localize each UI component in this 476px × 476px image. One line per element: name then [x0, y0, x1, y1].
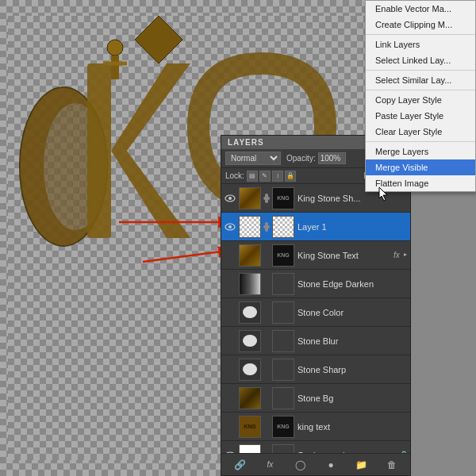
layer-row-stone-bg[interactable]: Stone Bg — [221, 384, 410, 413]
layer-name-king-text: king text — [296, 422, 409, 432]
layer-visibility-stone-color[interactable] — [223, 298, 237, 327]
context-menu: Enable Vector Ma...Create Clipping M...L… — [365, 0, 476, 192]
lock-all-btn[interactable]: 🔒 — [285, 171, 296, 182]
layer-visibility-stone-edge-darken[interactable] — [223, 270, 237, 298]
layer-thumb-stone-sharp — [239, 359, 261, 381]
layer-visibility-king-stone-text[interactable] — [223, 241, 237, 270]
layer-name-king-stone-text: King Stone Text — [296, 251, 393, 260]
layer-visibility-stone-blur[interactable] — [223, 327, 237, 355]
menu-item-enable-vector-ma[interactable]: Enable Vector Ma... — [366, 1, 475, 17]
layer-thumb-stone-blur — [239, 330, 261, 352]
menu-item-paste-layer-style[interactable]: Paste Layer Style — [366, 108, 475, 124]
add-folder-btn[interactable]: 📁 — [353, 457, 369, 473]
layer-fx-badge-king-stone-text: fx — [393, 249, 407, 262]
layer-mask-thumb-stone-edge-darken — [272, 273, 294, 295]
layer-mask-thumb-stone-sharp — [272, 359, 294, 381]
layer-row-stone-color[interactable]: Stone Color — [221, 298, 410, 327]
menu-item-merge-layers[interactable]: Merge Layers — [366, 144, 475, 159]
menu-item-merge-visible[interactable]: Merge Visible — [366, 159, 475, 175]
layer-visibility-king-text[interactable] — [223, 413, 237, 441]
layers-bottom-toolbar: 🔗 fx ◯ ● 📁 🗑 — [221, 453, 410, 475]
menu-item-clear-layer-style[interactable]: Clear Layer Style — [366, 124, 475, 140]
lock-label: Lock: — [225, 171, 244, 180]
layer-mask-thumb-stone-color — [272, 301, 294, 324]
layer-name-king-stone-sh: King Stone Sh... — [296, 194, 409, 203]
layer-thumb-stone-bg — [239, 387, 261, 409]
svg-rect-10 — [87, 63, 111, 238]
layer-name-layer-1: Layer 1 — [296, 222, 409, 232]
svg-point-24 — [228, 225, 232, 228]
menu-divider — [366, 34, 475, 35]
lock-paint-btn[interactable]: ✎ — [259, 171, 271, 182]
opacity-input[interactable] — [318, 152, 346, 164]
layer-name-stone-edge-darken: Stone Edge Darken — [296, 279, 409, 289]
layer-row-king-text[interactable]: KNGKNGking text — [221, 413, 410, 441]
svg-rect-26 — [263, 225, 270, 228]
lock-icons-group: ▤ ✎ ↕ 🔒 — [247, 171, 296, 182]
menu-divider — [366, 70, 475, 71]
menu-divider — [366, 141, 475, 142]
menu-item-flatten-image[interactable]: Flatten Image — [366, 175, 475, 191]
layer-thumb-king-stone-sh — [239, 187, 261, 209]
layer-thumb-stone-color — [239, 301, 261, 324]
layer-visibility-layer-1[interactable] — [223, 213, 237, 241]
add-mask-btn[interactable]: ◯ — [293, 457, 309, 473]
layer-mask-thumb-king-text: KNG — [272, 416, 294, 438]
add-adjustment-btn[interactable]: ● — [323, 457, 339, 473]
layer-chain-layer-1 — [263, 222, 271, 232]
layer-thumb-layer-1 — [239, 216, 261, 238]
layer-mask-thumb-stone-bg — [272, 387, 294, 409]
svg-marker-28 — [404, 253, 407, 256]
menu-item-select-similar[interactable]: Select Similar Lay... — [366, 72, 475, 88]
layer-row-stone-sharp[interactable]: Stone Sharp — [221, 355, 410, 384]
fx-btn[interactable]: fx — [262, 457, 278, 473]
layer-row-layer-1[interactable]: Layer 1 — [221, 213, 410, 241]
layer-visibility-stone-bg[interactable] — [223, 384, 237, 413]
layer-chain-king-stone-sh — [263, 194, 271, 203]
svg-point-13 — [107, 40, 123, 56]
layer-row-stone-blur[interactable]: Stone Blur — [221, 327, 410, 355]
layer-visibility-king-stone-sh[interactable] — [223, 184, 237, 213]
menu-divider — [366, 90, 475, 90]
delete-layer-btn[interactable]: 🗑 — [384, 457, 400, 473]
layer-thumb-king-text: KNG — [239, 416, 261, 438]
layer-name-stone-bg: Stone Bg — [296, 393, 409, 403]
lock-move-btn[interactable]: ↕ — [272, 171, 283, 182]
layer-thumb-stone-edge-darken — [239, 273, 261, 295]
layers-list: KNGKing Stone Sh...Layer 1KNGKing Stone … — [221, 184, 410, 470]
layer-name-stone-color: Stone Color — [296, 308, 409, 317]
layer-visibility-stone-sharp[interactable] — [223, 355, 237, 384]
blend-mode-select[interactable]: Normal — [225, 152, 281, 165]
link-layers-btn[interactable]: 🔗 — [232, 457, 248, 473]
layer-thumb-king-stone-text — [239, 244, 261, 267]
layer-mask-thumb-layer-1 — [272, 216, 294, 238]
svg-rect-14 — [111, 56, 119, 79]
menu-item-select-linked[interactable]: Select Linked Lay... — [366, 52, 475, 68]
lock-transparent-btn[interactable]: ▤ — [247, 171, 258, 182]
svg-rect-22 — [263, 197, 270, 200]
layer-row-king-stone-text[interactable]: KNGKing Stone Textfx — [221, 241, 410, 270]
svg-text:fx: fx — [393, 251, 401, 259]
menu-item-link-layers[interactable]: Link Layers — [366, 36, 475, 52]
menu-item-create-clipping[interactable]: Create Clipping M... — [366, 17, 475, 33]
svg-point-20 — [228, 197, 232, 200]
opacity-label: Opacity: — [286, 154, 316, 163]
layer-name-stone-blur: Stone Blur — [296, 336, 409, 346]
layer-name-stone-sharp: Stone Sharp — [296, 365, 409, 374]
layer-mask-thumb-king-stone-text: KNG — [272, 244, 294, 267]
layer-mask-thumb-stone-blur — [272, 330, 294, 352]
layer-row-stone-edge-darken[interactable]: Stone Edge Darken — [221, 270, 410, 298]
menu-item-copy-layer-style[interactable]: Copy Layer Style — [366, 92, 475, 108]
layer-mask-thumb-king-stone-sh: KNG — [272, 187, 294, 209]
